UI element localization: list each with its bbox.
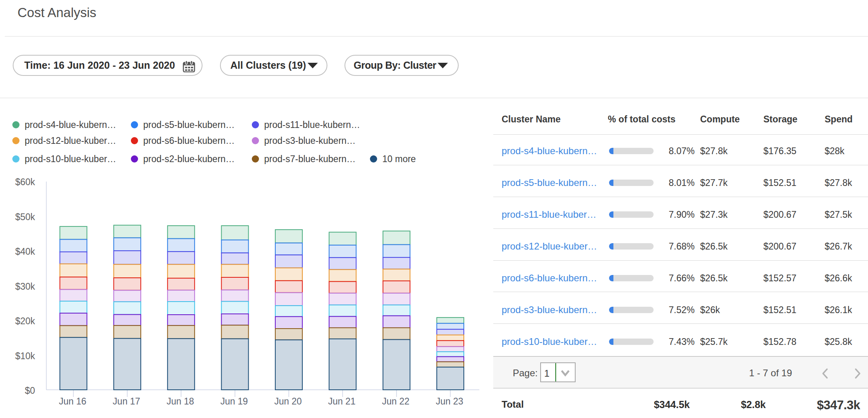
- svg-text:Jun 23: Jun 23: [436, 396, 463, 406]
- svg-text:$50k: $50k: [15, 212, 35, 222]
- svg-text:$0: $0: [25, 385, 35, 396]
- svg-text:Jun 21: Jun 21: [328, 396, 356, 406]
- svg-text:Jun 19: Jun 19: [220, 396, 248, 406]
- svg-text:$20k: $20k: [15, 316, 35, 326]
- svg-text:$60k: $60k: [15, 177, 35, 187]
- svg-text:Jun 20: Jun 20: [274, 396, 302, 406]
- svg-text:$10k: $10k: [15, 351, 35, 361]
- svg-text:Jun 17: Jun 17: [113, 396, 140, 406]
- svg-text:$30k: $30k: [15, 281, 35, 292]
- svg-text:Jun 22: Jun 22: [382, 396, 409, 406]
- svg-text:Jun 18: Jun 18: [167, 396, 194, 406]
- svg-text:Jun 16: Jun 16: [59, 396, 86, 406]
- svg-text:$40k: $40k: [15, 246, 35, 257]
